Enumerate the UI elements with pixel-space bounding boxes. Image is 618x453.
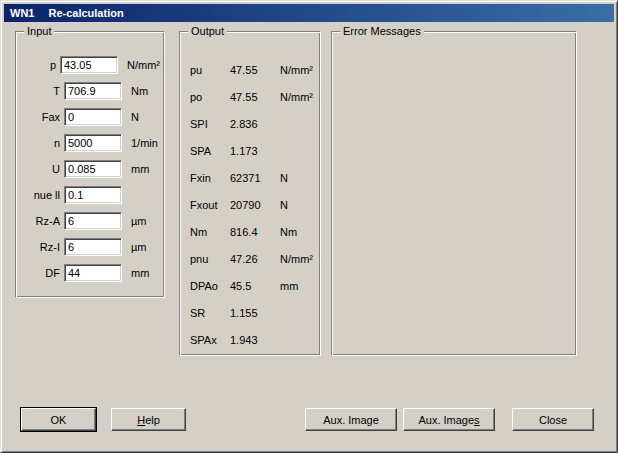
output-unit: N/mm² [280, 64, 313, 76]
output-value: 816.4 [230, 226, 280, 238]
output-label: Fxout [190, 199, 230, 211]
output-unit: N/mm² [280, 91, 313, 103]
help-button[interactable]: Help [111, 408, 186, 431]
output-value: 47.55 [230, 91, 280, 103]
input-row-p: p N/mm² [20, 52, 160, 78]
output-label: Nm [190, 226, 230, 238]
output-group: Output pu 47.55 N/mm² po 47.55 N/mm² SPI… [179, 31, 321, 356]
input-field-t[interactable] [64, 82, 122, 100]
output-row-spa: SPA 1.173 [190, 137, 318, 164]
output-value: 1.173 [230, 145, 280, 157]
aux-images-button[interactable]: Aux. Images [403, 408, 495, 431]
input-field-rz-i[interactable] [64, 238, 122, 256]
input-label-rz-i: Rz-I [20, 241, 60, 253]
output-label: SPI [190, 118, 230, 130]
input-label-p: p [20, 59, 56, 71]
input-unit-rz-i: µm [131, 241, 147, 253]
input-label-nue: nue ll [20, 189, 60, 201]
input-label-df: DF [20, 267, 60, 279]
output-value: 62371 [230, 172, 280, 184]
input-row-df: DF mm [20, 260, 160, 286]
output-value: 20790 [230, 199, 280, 211]
dialog-title: Re-calculation [48, 7, 123, 19]
aux-image-button-label: Aux. Image [323, 414, 379, 426]
input-row-nue: nue ll [20, 182, 160, 208]
input-row-rz-i: Rz-I µm [20, 234, 160, 260]
input-label-t: T [20, 85, 60, 97]
output-unit: N [280, 172, 288, 184]
input-unit-rz-a: µm [131, 215, 147, 227]
input-field-rz-a[interactable] [64, 212, 122, 230]
output-label: SPAx [190, 334, 230, 346]
output-row-nm: Nm 816.4 Nm [190, 218, 318, 245]
input-field-n[interactable] [64, 134, 122, 152]
input-group-label: Input [24, 24, 54, 38]
input-field-df[interactable] [64, 264, 122, 282]
help-button-label: Help [137, 414, 160, 426]
output-unit: Nm [280, 226, 297, 238]
output-label: SPA [190, 145, 230, 157]
input-unit-df: mm [131, 267, 149, 279]
output-label: pu [190, 64, 230, 76]
input-row-t: T Nm [20, 78, 160, 104]
input-row-n: n 1/min [20, 130, 160, 156]
input-field-nue[interactable] [64, 186, 122, 204]
output-row-pnu: pnu 47.26 N/mm² [190, 245, 318, 272]
input-field-u[interactable] [64, 160, 122, 178]
input-label-u: U [20, 163, 60, 175]
input-unit-fax: N [131, 111, 139, 123]
dialog-window: WN1 Re-calculation Input p N/mm² T Nm Fa… [0, 0, 618, 453]
input-unit-n: 1/min [131, 137, 158, 149]
output-value: 45.5 [230, 280, 280, 292]
input-unit-u: mm [131, 163, 149, 175]
output-value: 2.836 [230, 118, 280, 130]
output-value: 47.26 [230, 253, 280, 265]
output-value: 1.943 [230, 334, 280, 346]
output-unit: N/mm² [280, 253, 313, 265]
title-bar[interactable]: WN1 Re-calculation [4, 4, 614, 22]
ok-button-label: OK [51, 414, 67, 426]
output-row-spi: SPI 2.836 [190, 110, 318, 137]
input-field-p[interactable] [60, 56, 118, 74]
output-unit: mm [280, 280, 298, 292]
aux-images-button-label: Aux. Images [418, 414, 479, 426]
input-rows: p N/mm² T Nm Fax N n 1/min U [20, 52, 160, 286]
output-label: Fxin [190, 172, 230, 184]
output-unit: N [280, 199, 288, 211]
input-label-n: n [20, 137, 60, 149]
input-field-fax[interactable] [64, 108, 122, 126]
input-unit-p: N/mm² [127, 59, 160, 71]
output-label: pnu [190, 253, 230, 265]
output-label: SR [190, 307, 230, 319]
input-row-fax: Fax N [20, 104, 160, 130]
input-label-fax: Fax [20, 111, 60, 123]
error-messages-group-label: Error Messages [340, 24, 424, 38]
output-row-sr: SR 1.155 [190, 299, 318, 326]
input-label-rz-a: Rz-A [20, 215, 60, 227]
output-label: po [190, 91, 230, 103]
output-value: 47.55 [230, 64, 280, 76]
output-rows: pu 47.55 N/mm² po 47.55 N/mm² SPI 2.836 … [190, 56, 318, 353]
output-value: 1.155 [230, 307, 280, 319]
input-row-u: U mm [20, 156, 160, 182]
output-row-spax: SPAx 1.943 [190, 326, 318, 353]
close-button[interactable]: Close [512, 408, 594, 431]
input-unit-t: Nm [131, 85, 148, 97]
app-name: WN1 [10, 7, 34, 19]
output-group-label: Output [188, 24, 227, 38]
output-row-fxout: Fxout 20790 N [190, 191, 318, 218]
output-row-dpao: DPAo 45.5 mm [190, 272, 318, 299]
output-label: DPAo [190, 280, 230, 292]
output-row-fxin: Fxin 62371 N [190, 164, 318, 191]
ok-button[interactable]: OK [21, 408, 96, 431]
aux-image-button[interactable]: Aux. Image [305, 408, 397, 431]
input-group: Input p N/mm² T Nm Fax N n 1/min [15, 31, 165, 298]
output-row-pu: pu 47.55 N/mm² [190, 56, 318, 83]
close-button-label: Close [539, 414, 567, 426]
error-messages-group: Error Messages [331, 31, 577, 356]
input-row-rz-a: Rz-A µm [20, 208, 160, 234]
output-row-po: po 47.55 N/mm² [190, 83, 318, 110]
